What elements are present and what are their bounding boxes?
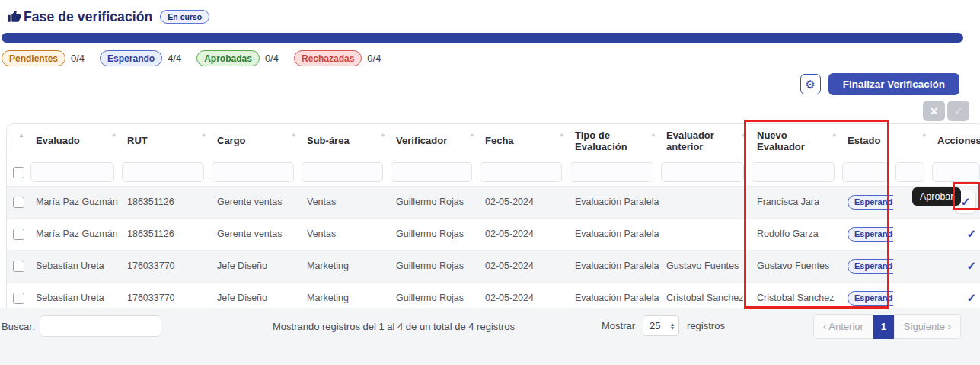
counter-esperando: Esperando	[100, 50, 162, 66]
page-title: Fase de verificación	[24, 9, 152, 25]
filter-input-acciones[interactable]	[932, 162, 980, 182]
header-evaluado[interactable]: Evaluado◆	[28, 124, 120, 158]
page-size-group: Mostrar 25 ▲ ▼ registros	[602, 315, 725, 336]
actions-row: ⚙ Finalizar Verificación	[0, 73, 959, 95]
sort-icon: ◆	[470, 132, 474, 137]
row-checkbox[interactable]	[13, 229, 24, 240]
filter-input-fecha[interactable]	[480, 162, 562, 182]
filter-input-tipo-evaluacion[interactable]	[570, 162, 653, 182]
filter-input-sub-area[interactable]	[302, 162, 383, 182]
estado-badge: Esperando	[848, 291, 893, 306]
bulk-approve-button[interactable]: ✓	[947, 101, 969, 121]
filter-input-verificador[interactable]	[391, 162, 472, 182]
search-label: Buscar:	[2, 321, 35, 332]
header-verificador[interactable]: Verificador◆	[388, 124, 477, 158]
progress-bar	[2, 33, 963, 43]
sort-icon: ◆	[292, 132, 295, 137]
table-row: María Paz Guzmán 186351126 Gerente venta…	[7, 218, 980, 250]
estado-badge: Esperando	[848, 227, 893, 242]
filter-input-nuevo-evaluador[interactable]	[752, 162, 835, 182]
header-estado[interactable]: Estado	[840, 124, 893, 158]
counter-aprobadas: Aprobadas	[196, 50, 260, 66]
estado-badge: Esperando	[848, 259, 893, 274]
check-icon: ✓	[961, 195, 971, 209]
counter-pendientes-count: 0/4	[71, 53, 85, 64]
status-badge: En curso	[160, 10, 209, 24]
records-label: registros	[687, 320, 725, 331]
sort-icon: ◆	[202, 132, 206, 137]
filter-input-evaluador-anterior[interactable]	[661, 162, 744, 182]
header-evaluador-anterior[interactable]: Evaluador anterior◆	[659, 124, 749, 158]
counter-pendientes: Pendientes	[2, 50, 65, 66]
select-arrows-icon: ▲ ▼	[670, 322, 675, 330]
approve-action-check[interactable]: ✓	[966, 259, 976, 272]
sort-icon: ◆	[560, 132, 563, 137]
progress-track	[2, 33, 963, 43]
records-summary: Mostrando registros del 1 al 4 de un tot…	[273, 321, 515, 332]
table-footer: Buscar: Mostrando registros del 1 al 4 d…	[0, 308, 980, 365]
header-cargo[interactable]: Cargo◆	[209, 124, 299, 158]
approve-tooltip: Aprobar	[912, 187, 961, 206]
verification-table-card: ▲ Evaluado◆ RUT◆ Cargo◆ Sub-área◆ Verifi…	[6, 123, 980, 315]
table-row: María Paz Guzmán 186351126 Gerente venta…	[7, 186, 980, 218]
thumbs-up-icon	[8, 10, 21, 24]
approve-action-check[interactable]: ✓	[966, 291, 976, 304]
header-acciones[interactable]: Acciones	[930, 124, 980, 158]
header-fecha[interactable]: Fecha◆	[477, 124, 567, 158]
header-sub-area[interactable]: Sub-área◆	[299, 124, 388, 158]
top-section: Fase de verificación En curso Pendientes…	[0, 0, 980, 121]
filter-input-estado[interactable]	[842, 162, 888, 182]
title-row: Fase de verificación En curso	[0, 8, 980, 26]
settings-button[interactable]: ⚙	[800, 74, 821, 94]
search-group: Buscar:	[2, 315, 161, 337]
sort-icon: ◆	[651, 132, 655, 137]
next-page-button[interactable]: Siguiente ›	[894, 314, 961, 339]
filter-input-cargo[interactable]	[212, 162, 294, 182]
row-checkbox[interactable]	[13, 261, 24, 272]
row-checkbox[interactable]	[13, 293, 24, 304]
sort-icon: ◆	[832, 132, 836, 137]
header-tipo-evaluacion[interactable]: Tipo de Evaluación◆	[567, 124, 659, 158]
estado-badge: Esperando	[848, 195, 893, 210]
show-label: Mostrar	[602, 320, 635, 331]
finalize-verification-button[interactable]: Finalizar Verificación	[828, 73, 959, 95]
sort-icon: ◆	[742, 132, 745, 137]
table-header-row: ▲ Evaluado◆ RUT◆ Cargo◆ Sub-área◆ Verifi…	[7, 124, 980, 158]
counter-aprobadas-count: 0/4	[265, 53, 279, 64]
sort-icon: ◆	[112, 132, 116, 137]
current-page-button[interactable]: 1	[873, 315, 894, 339]
check-icon: ✓	[954, 105, 963, 117]
bulk-actions: ✕ ✓	[0, 101, 969, 121]
sort-icon: ◆	[922, 132, 926, 137]
verification-table: ▲ Evaluado◆ RUT◆ Cargo◆ Sub-área◆ Verifi…	[7, 124, 980, 315]
sort-icon: ◆	[381, 132, 385, 137]
search-input[interactable]	[40, 315, 161, 337]
filter-input-evaluado[interactable]	[30, 162, 114, 182]
counter-esperando-count: 4/4	[168, 53, 181, 64]
prev-page-button[interactable]: ‹ Anterior	[813, 314, 873, 339]
header-blank: ◆	[893, 124, 930, 158]
bulk-reject-button[interactable]: ✕	[923, 101, 945, 121]
page-size-select[interactable]: 25 ▲ ▼	[643, 315, 679, 336]
pagination: ‹ Anterior 1 Siguiente ›	[813, 314, 961, 339]
filter-row	[7, 158, 980, 186]
table-row: Sebastian Ureta 176033770 Jefe Diseño Ma…	[7, 250, 980, 282]
counter-row: Pendientes 0/4 Esperando 4/4 Aprobadas 0…	[2, 50, 980, 66]
approve-action-check[interactable]: ✓	[966, 227, 976, 240]
filter-input-rut[interactable]	[122, 162, 204, 182]
counter-rechazadas-count: 0/4	[367, 53, 381, 64]
sort-asc-icon: ▲	[18, 132, 24, 139]
filter-input-blank[interactable]	[895, 162, 924, 182]
row-checkbox[interactable]	[13, 197, 24, 208]
header-rut[interactable]: RUT◆	[120, 124, 209, 158]
select-all-checkbox[interactable]	[13, 167, 24, 178]
page-size-value: 25	[650, 320, 660, 331]
close-icon: ✕	[930, 105, 939, 117]
header-select[interactable]: ▲	[7, 124, 28, 158]
counter-rechazadas: Rechazadas	[294, 50, 362, 66]
header-nuevo-evaluador[interactable]: Nuevo Evaluador◆	[749, 124, 840, 158]
gear-icon: ⚙	[805, 75, 815, 93]
